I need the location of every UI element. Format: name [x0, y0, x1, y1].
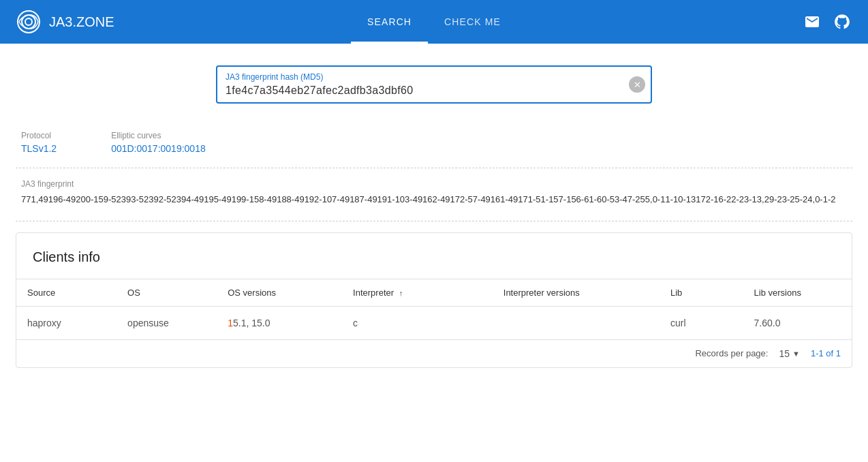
col-header-interpreter[interactable]: Interpreter ↑: [342, 279, 493, 306]
curves-label: Elliptic curves: [111, 131, 206, 140]
app-logo: JA3.ZONE: [16, 10, 114, 34]
table-body: haproxyopensuse15.1, 15.0ccurl7.60.0: [16, 306, 852, 339]
fingerprint-section: JA3 fingerprint 771,49196-49200-159-5239…: [16, 168, 852, 221]
cell-lib: curl: [660, 306, 743, 339]
card-title: Clients info: [16, 233, 852, 279]
search-label: JA3 fingerprint hash (MD5): [226, 72, 623, 82]
protocol-field: Protocol TLSv1.2: [21, 131, 57, 154]
clients-table: Source OS OS versions Interpreter ↑: [16, 279, 852, 340]
col-header-os: OS: [117, 279, 217, 306]
app-header: JA3.ZONE SEARCH CHECK ME: [0, 0, 868, 44]
mail-icon[interactable]: [803, 12, 822, 31]
cell-os: opensuse: [117, 306, 217, 339]
nav-item-search[interactable]: SEARCH: [351, 0, 428, 44]
fingerprint-label: JA3 fingerprint: [21, 179, 847, 189]
header-actions: [803, 12, 852, 31]
curves-value: 001D:0017:0019:0018: [111, 143, 206, 154]
cell-lib_versions: 7.60.0: [743, 306, 852, 339]
sort-icon-interpreter: ↑: [399, 289, 403, 297]
clients-table-container: Source OS OS versions Interpreter ↑: [16, 279, 852, 340]
search-clear-button[interactable]: [629, 76, 645, 93]
table-header-row: Source OS OS versions Interpreter ↑: [16, 279, 852, 306]
table-row: haproxyopensuse15.1, 15.0ccurl7.60.0: [16, 306, 852, 339]
protocol-value: TLSv1.2: [21, 143, 57, 154]
search-box[interactable]: JA3 fingerprint hash (MD5) 1fe4c7a3544eb…: [216, 65, 652, 104]
col-header-source: Source: [16, 279, 117, 306]
search-value: 1fe4c7a3544eb27afec2adfb3a3dbf60: [226, 84, 623, 97]
cell-interpreter_versions: [493, 306, 660, 339]
per-page-dropdown-arrow[interactable]: ▼: [792, 350, 800, 358]
meta-section: Protocol TLSv1.2 Elliptic curves 001D:00…: [16, 120, 852, 168]
main-nav: SEARCH CHECK ME: [351, 0, 517, 44]
pagination-row: Records per page: 15 ▼ 1-1 of 1: [16, 340, 852, 367]
records-per-page-label: Records per page:: [695, 348, 768, 358]
col-header-interpreter-versions: Interpreter versions: [493, 279, 660, 306]
cell-os_versions: 15.1, 15.0: [217, 306, 342, 339]
per-page-value: 15: [779, 348, 790, 359]
page-info: 1-1 of 1: [811, 348, 841, 358]
elliptic-curves-field: Elliptic curves 001D:0017:0019:0018: [111, 131, 206, 154]
logo-icon: [16, 10, 41, 34]
col-header-lib-versions: Lib versions: [743, 279, 852, 306]
search-area: JA3 fingerprint hash (MD5) 1fe4c7a3544eb…: [0, 44, 868, 120]
fingerprint-value: 771,49196-49200-159-52393-52392-52394-49…: [21, 193, 847, 207]
per-page-control[interactable]: 15 ▼: [779, 348, 799, 359]
protocol-label: Protocol: [21, 131, 57, 140]
logo-text: JA3.ZONE: [49, 14, 114, 30]
col-header-os-versions: OS versions: [217, 279, 342, 306]
main-content: Protocol TLSv1.2 Elliptic curves 001D:00…: [5, 120, 863, 368]
clients-info-card: Clients info Source OS OS versions: [16, 232, 852, 368]
github-icon[interactable]: [833, 12, 852, 31]
nav-item-check-me[interactable]: CHECK ME: [428, 0, 517, 44]
cell-source: haproxy: [16, 306, 117, 339]
svg-point-0: [18, 11, 40, 33]
cell-interpreter: c: [342, 306, 493, 339]
col-header-lib: Lib: [660, 279, 743, 306]
svg-point-2: [25, 18, 32, 25]
